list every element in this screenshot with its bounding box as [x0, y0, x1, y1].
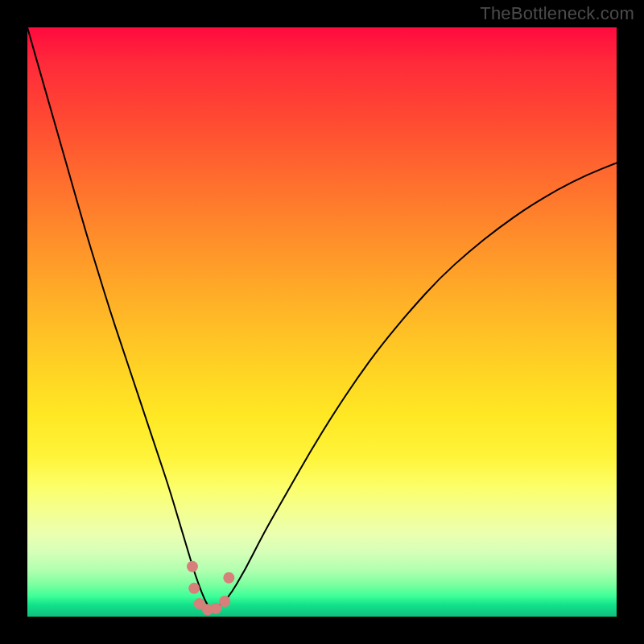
- min-region-point: [187, 561, 198, 572]
- min-region-markers-svg: [27, 27, 617, 617]
- plot-area: [27, 27, 617, 617]
- min-region-point: [188, 583, 200, 594]
- watermark-text: TheBottleneck.com: [480, 3, 634, 24]
- min-region-point: [223, 572, 234, 584]
- min-region-markers: [187, 561, 234, 615]
- min-region-point: [219, 596, 230, 607]
- min-region-point: [210, 603, 221, 614]
- chart-frame: TheBottleneck.com: [0, 0, 644, 644]
